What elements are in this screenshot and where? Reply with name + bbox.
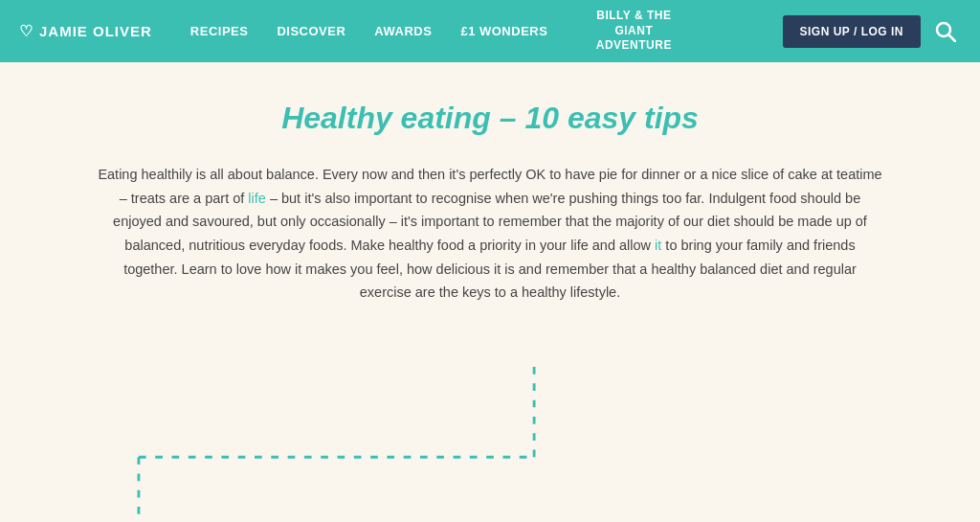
heart-icon: ♡: [19, 22, 33, 40]
dotted-path-section: [19, 343, 961, 522]
path-svg: [19, 343, 961, 522]
signup-button[interactable]: SIGN UP / LOG IN: [783, 15, 921, 48]
main-content: Healthy eating – 10 easy tips Eating hea…: [0, 62, 980, 522]
page-title: Healthy eating – 10 easy tips: [19, 101, 961, 136]
search-icon: [935, 21, 956, 42]
intro-text: Eating healthily is all about balance. E…: [98, 163, 882, 305]
site-logo[interactable]: ♡ JAMIE OLIVER: [19, 22, 152, 40]
it-link[interactable]: it: [655, 238, 661, 253]
navigation: ♡ JAMIE OLIVER RECIPES DISCOVER AWARDS £…: [0, 0, 980, 62]
nav-billy[interactable]: BILLY & THE GIANT ADVENTURE: [576, 9, 691, 54]
life-link[interactable]: life: [248, 191, 266, 206]
nav-links: RECIPES DISCOVER AWARDS £1 WONDERS BILLY…: [190, 9, 783, 54]
nav-recipes[interactable]: RECIPES: [190, 24, 249, 38]
nav-discover[interactable]: DISCOVER: [277, 24, 345, 38]
logo-text: JAMIE OLIVER: [39, 23, 152, 39]
nav-right: SIGN UP / LOG IN: [783, 15, 961, 48]
svg-line-1: [949, 34, 956, 41]
search-button[interactable]: [930, 16, 961, 47]
nav-one-wonders[interactable]: £1 WONDERS: [460, 24, 547, 38]
nav-awards[interactable]: AWARDS: [374, 24, 432, 38]
